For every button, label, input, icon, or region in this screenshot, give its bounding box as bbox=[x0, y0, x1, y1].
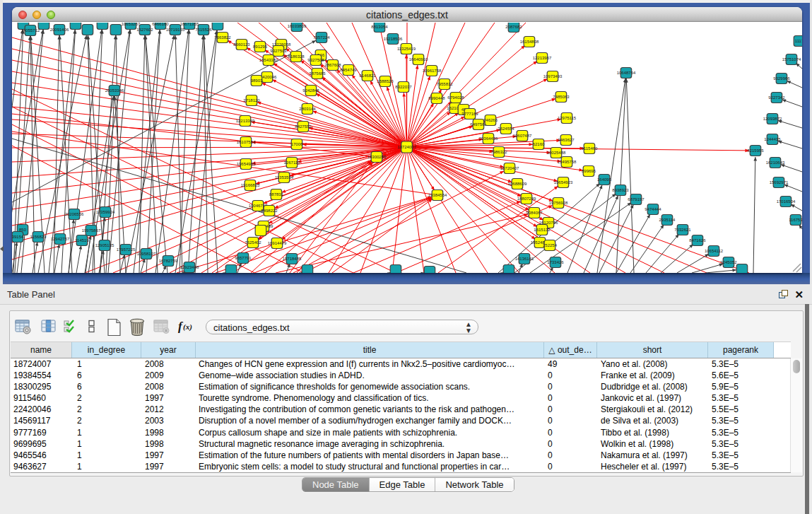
svg-text:12975115: 12975115 bbox=[558, 116, 577, 120]
svg-text:1527602: 1527602 bbox=[136, 28, 153, 32]
svg-text:9327503: 9327503 bbox=[270, 49, 287, 53]
svg-text:10025488: 10025488 bbox=[547, 151, 566, 155]
svg-text:16782759: 16782759 bbox=[159, 259, 178, 263]
svg-text:2803144: 2803144 bbox=[299, 107, 316, 111]
svg-text:9084067: 9084067 bbox=[526, 211, 543, 215]
svg-text:3267110: 3267110 bbox=[284, 160, 301, 165]
svg-text:18807249: 18807249 bbox=[517, 197, 536, 201]
svg-text:7032621: 7032621 bbox=[674, 228, 691, 232]
svg-text:9227342: 9227342 bbox=[768, 95, 785, 100]
svg-text:899695: 899695 bbox=[582, 169, 596, 173]
svg-text:8427552: 8427552 bbox=[295, 124, 312, 129]
svg-text:3624554: 3624554 bbox=[498, 127, 514, 131]
svg-text:8215955: 8215955 bbox=[747, 148, 764, 153]
svg-text:10653267: 10653267 bbox=[122, 23, 141, 26]
svg-text:8660123: 8660123 bbox=[233, 42, 250, 47]
svg-text:16543382: 16543382 bbox=[259, 58, 278, 62]
svg-text:12905135: 12905135 bbox=[95, 243, 114, 247]
svg-text:114519: 114519 bbox=[75, 238, 89, 243]
svg-text:15300285: 15300285 bbox=[367, 155, 387, 159]
svg-text:1588520: 1588520 bbox=[377, 79, 394, 83]
svg-text:15751074: 15751074 bbox=[782, 57, 801, 62]
svg-text:12923448: 12923448 bbox=[180, 265, 199, 269]
svg-text:10648764: 10648764 bbox=[617, 71, 636, 75]
svg-text:9463627: 9463627 bbox=[558, 138, 575, 142]
svg-text:164095: 164095 bbox=[597, 177, 612, 182]
svg-text:12942757: 12942757 bbox=[51, 237, 70, 241]
svg-text:17016504: 17016504 bbox=[777, 199, 796, 204]
svg-text:10719155: 10719155 bbox=[166, 28, 185, 32]
svg-text:6794028: 6794028 bbox=[447, 95, 464, 100]
svg-text:15718485: 15718485 bbox=[283, 257, 302, 261]
svg-text:62160: 62160 bbox=[533, 142, 545, 146]
svg-text:1733426: 1733426 bbox=[547, 260, 564, 264]
svg-text:20206556: 20206556 bbox=[65, 212, 84, 216]
svg-text:6466160: 6466160 bbox=[152, 23, 169, 26]
svg-text:2718120: 2718120 bbox=[243, 98, 260, 103]
svg-text:9245052: 9245052 bbox=[720, 260, 737, 264]
svg-text:8990448: 8990448 bbox=[428, 96, 445, 100]
svg-text:19975867: 19975867 bbox=[82, 228, 101, 233]
svg-text:8454749: 8454749 bbox=[340, 68, 357, 72]
svg-text:10958107: 10958107 bbox=[137, 252, 156, 256]
svg-text:7663822: 7663822 bbox=[214, 35, 231, 40]
svg-text:891295: 891295 bbox=[253, 45, 268, 49]
svg-text:15720407: 15720407 bbox=[500, 166, 519, 170]
svg-text:17957225: 17957225 bbox=[117, 247, 136, 252]
svg-text:9474444: 9474444 bbox=[645, 207, 661, 211]
svg-text:17006: 17006 bbox=[291, 142, 303, 146]
svg-text:12093872: 12093872 bbox=[763, 117, 782, 121]
svg-text:7986322: 7986322 bbox=[490, 150, 507, 154]
svg-text:7357224: 7357224 bbox=[313, 35, 330, 40]
svg-text:14136141: 14136141 bbox=[515, 257, 534, 261]
svg-text:8813054: 8813054 bbox=[371, 25, 388, 29]
svg-text:9329966: 9329966 bbox=[773, 76, 790, 81]
svg-text:3875685: 3875685 bbox=[309, 71, 326, 76]
svg-text:6879197: 6879197 bbox=[628, 197, 645, 201]
svg-text:16154808: 16154808 bbox=[520, 40, 539, 44]
svg-text:8938923: 8938923 bbox=[612, 188, 629, 192]
svg-text:9657791: 9657791 bbox=[235, 256, 252, 260]
svg-text:1244415: 1244415 bbox=[764, 137, 781, 141]
svg-text:11325419: 11325419 bbox=[397, 47, 416, 51]
svg-text:15692971: 15692971 bbox=[770, 180, 789, 185]
svg-text:252254: 252254 bbox=[543, 243, 558, 247]
svg-text:9146821: 9146821 bbox=[359, 74, 376, 78]
svg-text:39154: 39154 bbox=[12, 235, 24, 239]
svg-text:10973493: 10973493 bbox=[543, 74, 563, 78]
svg-text:20091406: 20091406 bbox=[50, 28, 69, 32]
svg-text:16033809: 16033809 bbox=[288, 24, 307, 28]
svg-text:2935114: 2935114 bbox=[659, 218, 676, 222]
svg-text:1117: 1117 bbox=[795, 39, 802, 43]
svg-text:98903: 98903 bbox=[251, 78, 263, 83]
svg-text:7485063: 7485063 bbox=[553, 95, 570, 99]
svg-text:887831: 887831 bbox=[269, 192, 284, 197]
svg-text:18724007: 18724007 bbox=[397, 145, 416, 149]
svg-text:2087682: 2087682 bbox=[505, 25, 522, 29]
svg-text:5498222: 5498222 bbox=[261, 209, 278, 213]
svg-text:16914479: 16914479 bbox=[268, 241, 287, 245]
svg-text:19218506: 19218506 bbox=[384, 37, 403, 41]
svg-text:12213967: 12213967 bbox=[533, 56, 552, 60]
svg-text:16640910: 16640910 bbox=[409, 57, 428, 62]
svg-text:10961758: 10961758 bbox=[423, 69, 442, 73]
svg-text:116753: 116753 bbox=[789, 218, 802, 222]
svg-text:13495758: 13495758 bbox=[558, 160, 577, 164]
svg-text:1615132: 1615132 bbox=[534, 228, 551, 232]
svg-text:8471626: 8471626 bbox=[689, 238, 706, 243]
svg-text:7625402: 7625402 bbox=[245, 240, 261, 245]
svg-text:20364436: 20364436 bbox=[479, 136, 498, 141]
svg-text:16107554: 16107554 bbox=[237, 140, 256, 144]
svg-text:19166825: 19166825 bbox=[241, 183, 260, 187]
svg-text:2867608: 2867608 bbox=[324, 63, 341, 67]
svg-text:8186328: 8186328 bbox=[288, 54, 305, 59]
svg-text:746266: 746266 bbox=[483, 118, 498, 122]
svg-text:9115460: 9115460 bbox=[582, 146, 599, 151]
svg-text:8322037: 8322037 bbox=[395, 85, 412, 89]
svg-text:12213369: 12213369 bbox=[236, 119, 255, 123]
svg-text:14055712: 14055712 bbox=[21, 28, 40, 33]
svg-text:9327508: 9327508 bbox=[307, 58, 324, 62]
svg-text:19654965: 19654965 bbox=[237, 162, 256, 166]
svg-text:7955812: 7955812 bbox=[436, 82, 453, 86]
svg-text:19384554: 19384554 bbox=[428, 193, 447, 197]
